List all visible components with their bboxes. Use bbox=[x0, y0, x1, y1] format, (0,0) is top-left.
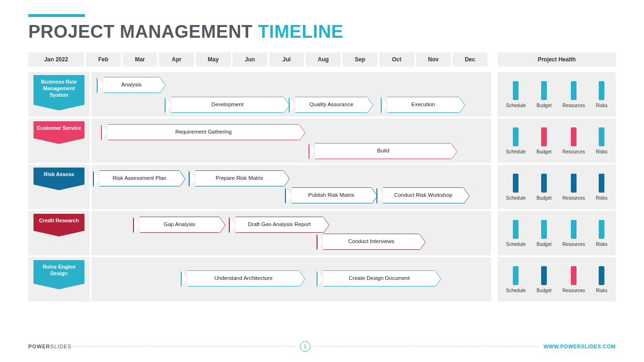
month-cell: Jul bbox=[269, 52, 304, 67]
health-bar bbox=[513, 127, 519, 146]
health-bar bbox=[571, 266, 577, 285]
spacer bbox=[489, 52, 496, 67]
health-metric: Schedule bbox=[506, 127, 526, 154]
timeline-lane: AnalysisDevelopmentQuality AssuranceExec… bbox=[92, 72, 491, 117]
health-metric: Resources bbox=[562, 127, 585, 154]
health-bar bbox=[513, 220, 519, 239]
health-column: ScheduleBudgetResourcesRisksScheduleBudg… bbox=[498, 72, 616, 302]
health-bar bbox=[571, 220, 577, 239]
health-header: Project Health bbox=[498, 52, 616, 67]
health-bar bbox=[541, 220, 547, 239]
health-metric-label: Schedule bbox=[506, 242, 526, 247]
health-metric: Resources bbox=[562, 220, 585, 247]
health-metric: Risks bbox=[596, 174, 607, 201]
health-metric-label: Budget bbox=[536, 288, 552, 293]
row-label-outer: Business Rule Management System bbox=[28, 72, 90, 117]
row-label-outer: Customer Service bbox=[28, 118, 90, 163]
health-cell: ScheduleBudgetResourcesRisks bbox=[498, 257, 616, 302]
month-cell: Jan 2022 bbox=[28, 52, 84, 67]
task-chevron: Draft Geo Analysis Report bbox=[235, 217, 323, 233]
health-bar bbox=[599, 127, 604, 146]
health-metric-label: Schedule bbox=[506, 103, 526, 108]
month-cell: Feb bbox=[86, 52, 121, 67]
month-cell: Apr bbox=[159, 52, 194, 67]
health-bar bbox=[599, 81, 604, 100]
health-metric-label: Risks bbox=[596, 288, 607, 293]
health-cell: ScheduleBudgetResourcesRisks bbox=[498, 118, 616, 163]
footer: POWERSLIDES 1 WWW.POWERSLIDES.COM bbox=[28, 341, 616, 352]
health-metric: Budget bbox=[536, 81, 552, 108]
timeline-lane: Risk Assessment PlanPrepare Risk MatrixP… bbox=[92, 165, 491, 209]
timeline-lane: Requirement GatheringBuild bbox=[92, 118, 491, 163]
health-bar bbox=[571, 81, 577, 100]
row-label-outer: Rules Engine Design bbox=[28, 257, 90, 302]
health-bar bbox=[599, 220, 604, 239]
health-metric-label: Schedule bbox=[506, 195, 526, 201]
task-chevron: Publish Risk Matrix bbox=[292, 187, 371, 203]
health-metric-label: Budget bbox=[536, 103, 552, 108]
row-label-outer: Credit Research bbox=[28, 211, 90, 255]
health-metric-label: Budget bbox=[536, 149, 552, 154]
brand-light: SLIDES bbox=[50, 344, 72, 349]
health-cell: ScheduleBudgetResourcesRisks bbox=[498, 165, 616, 209]
health-bar bbox=[599, 174, 604, 193]
health-metric: Resources bbox=[562, 81, 585, 108]
health-metric: Schedule bbox=[506, 220, 526, 247]
health-bar bbox=[513, 266, 519, 285]
health-metric-label: Resources bbox=[562, 149, 585, 154]
health-bar bbox=[513, 81, 519, 100]
task-chevron: Risk Assessment Plan bbox=[100, 170, 179, 186]
task-chevron: Gap Analysis bbox=[140, 217, 219, 233]
health-metric: Budget bbox=[536, 174, 552, 201]
dotted-line bbox=[72, 346, 296, 347]
task-chevron: Conduct Interviews bbox=[323, 234, 419, 250]
health-metric: Budget bbox=[536, 220, 552, 247]
health-bar bbox=[541, 174, 547, 193]
month-cell: Aug bbox=[306, 52, 341, 67]
health-metric-label: Budget bbox=[536, 195, 552, 201]
health-metric: Budget bbox=[536, 266, 552, 293]
health-bar bbox=[541, 81, 547, 100]
health-metric-label: Resources bbox=[562, 242, 585, 247]
health-bar bbox=[541, 127, 547, 146]
slide: PROJECT MANAGEMENT TIMELINE Jan 2022 Feb… bbox=[0, 0, 644, 362]
health-metric: Schedule bbox=[506, 266, 526, 293]
health-metric: Risks bbox=[596, 220, 607, 247]
month-cell: Dec bbox=[452, 52, 487, 67]
month-cell: Jun bbox=[233, 52, 268, 67]
health-metric-label: Risks bbox=[596, 195, 607, 201]
health-metric: Resources bbox=[562, 174, 585, 201]
brand-logo: POWERSLIDES bbox=[28, 344, 72, 349]
health-metric: Schedule bbox=[506, 81, 526, 108]
health-metric: Risks bbox=[596, 81, 607, 108]
month-cell: Nov bbox=[416, 52, 451, 67]
health-metric: Risks bbox=[596, 266, 607, 293]
page-number: 1 bbox=[300, 341, 310, 352]
row-label-tag: Credit Research bbox=[33, 214, 84, 231]
row-label-tag: Business Rule Management System bbox=[33, 75, 84, 105]
health-metric-label: Resources bbox=[562, 195, 585, 201]
task-chevron: Understand Architecture bbox=[187, 270, 299, 286]
health-bar bbox=[599, 266, 604, 285]
task-chevron: Execution bbox=[387, 97, 459, 113]
task-chevron: Analysis bbox=[103, 77, 159, 93]
health-bar bbox=[513, 174, 519, 193]
health-metric: Risks bbox=[596, 127, 607, 154]
brand-bold: POWER bbox=[28, 344, 50, 349]
title-main: PROJECT MANAGEMENT bbox=[28, 22, 258, 42]
health-metric: Budget bbox=[536, 127, 552, 154]
health-metric-label: Risks bbox=[596, 242, 607, 247]
task-chevron: Development bbox=[171, 97, 283, 113]
health-bar bbox=[571, 127, 577, 146]
health-metric-label: Risks bbox=[596, 149, 607, 154]
timeline-body: Business Rule Management SystemCustomer … bbox=[28, 72, 616, 302]
health-metric-label: Schedule bbox=[506, 288, 526, 293]
health-cell: ScheduleBudgetResourcesRisks bbox=[498, 211, 616, 255]
row-label-tag: Rules Engine Design bbox=[33, 260, 84, 284]
month-cell: Mar bbox=[123, 52, 158, 67]
health-metric-label: Resources bbox=[562, 103, 585, 108]
health-metric-label: Risks bbox=[596, 103, 607, 108]
row-label-outer: Risk Assess bbox=[28, 165, 90, 209]
task-chevron: Create Design Document bbox=[323, 270, 435, 286]
task-chevron: Prepare Risk Matrix bbox=[195, 170, 283, 186]
